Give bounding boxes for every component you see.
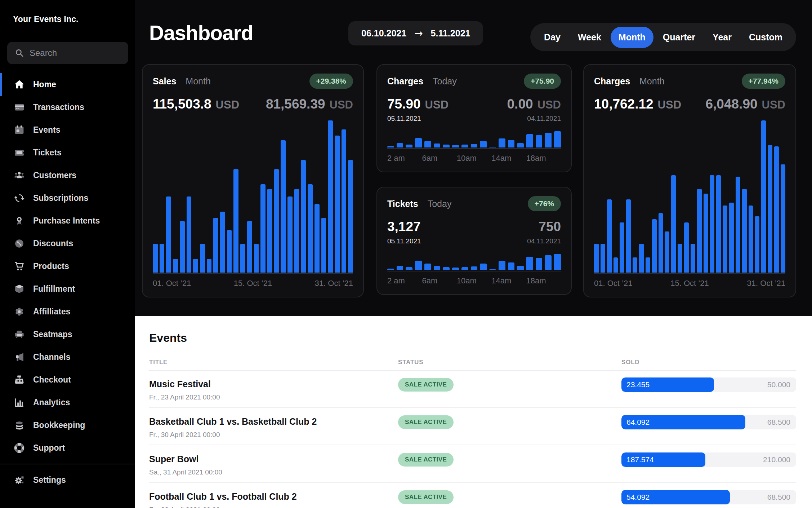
chart-bar	[173, 259, 178, 273]
card-title: Tickets	[387, 199, 418, 209]
chart-bar	[254, 244, 259, 273]
chart-bar	[614, 257, 618, 273]
event-title: Football Club 1 vs. Football Club 2	[149, 491, 297, 502]
chart-bar	[387, 146, 394, 148]
chart-bar	[443, 267, 450, 270]
chart-bar	[207, 259, 212, 273]
sidebar-item-tickets[interactable]: Tickets	[0, 141, 135, 164]
sold-progress-bar: 187.574210.000	[621, 452, 796, 467]
chart-bar	[434, 143, 441, 147]
sidebar-item-checkout[interactable]: Checkout	[0, 368, 135, 391]
tab-month[interactable]: Month	[611, 27, 653, 48]
events-heading: Events	[149, 331, 187, 345]
status-badge: SALE ACTIVE	[398, 415, 454, 429]
sold-total: 50.000	[767, 377, 790, 392]
sidebar-item-events[interactable]: Events	[0, 119, 135, 141]
x-tick-label: 15. Oct ’21	[670, 279, 709, 288]
x-tick-label: 14am	[491, 276, 526, 286]
tab-week[interactable]: Week	[570, 27, 609, 48]
sidebar-item-products[interactable]: Products	[0, 255, 135, 278]
chart-bar	[723, 206, 727, 273]
chart-bar	[554, 254, 561, 270]
sidebar-item-label: Bookkeeping	[33, 420, 85, 430]
sidebar-item-channels[interactable]: Channels	[0, 346, 135, 368]
tab-day[interactable]: Day	[536, 27, 568, 48]
charges-today-card: Charges Today +75.90 75.90 USD 0.00 USD …	[376, 64, 572, 172]
sidebar-item-fulfillment[interactable]: Fulfillment	[0, 278, 135, 300]
chart-bar	[471, 144, 478, 147]
sidebar-item-label: Analytics	[33, 398, 70, 407]
card-period: Month	[639, 76, 664, 87]
sidebar-item-home[interactable]: Home	[0, 73, 135, 96]
event-row[interactable]: Music FestivalFr., 23 April 2021 00:00SA…	[149, 370, 796, 408]
chart-bar	[434, 266, 441, 270]
products-icon	[13, 260, 25, 273]
card-values: 3,127 750	[387, 219, 561, 234]
secondary-value: 750	[539, 219, 561, 234]
tickets-bar-chart	[387, 254, 561, 271]
arrow-right-icon: →	[414, 27, 423, 39]
sidebar-item-settings[interactable]: Settings	[0, 469, 135, 491]
chart-bar	[153, 244, 158, 273]
sidebar-item-affilliates[interactable]: Affilliates	[0, 300, 135, 323]
column-header-status: STATUS	[398, 359, 423, 366]
chart-bar	[301, 160, 306, 273]
primary-value: 3,127	[387, 219, 421, 234]
status-badge: SALE ACTIVE	[398, 378, 454, 392]
sidebar-item-support[interactable]: Support	[0, 437, 135, 459]
subscriptions-icon	[13, 192, 25, 204]
sold-progress-bar: 23.45550.000	[621, 377, 796, 392]
sidebar-item-label: Discounts	[33, 239, 73, 248]
event-title: Super Bowl	[149, 454, 199, 464]
x-tick-label: 18am	[526, 276, 561, 286]
search-input[interactable]	[30, 48, 121, 58]
sidebar-item-analytics[interactable]: Analytics	[0, 391, 135, 414]
chart-bar	[736, 177, 740, 273]
status-badge: SALE ACTIVE	[398, 490, 454, 504]
chart-bar	[710, 175, 714, 273]
chart-bar	[526, 257, 533, 270]
chart-bar	[659, 213, 663, 273]
search-box[interactable]	[7, 42, 128, 64]
chart-bar	[406, 267, 412, 270]
chart-bar	[480, 264, 487, 270]
sidebar-item-purchase-intents[interactable]: Purchase Intents	[0, 209, 135, 232]
secondary-unit: USD	[762, 98, 785, 111]
chart-bar	[768, 145, 772, 273]
sidebar-item-subscriptions[interactable]: Subscriptions	[0, 187, 135, 209]
sidebar-item-label: Tickets	[33, 148, 62, 158]
chart-bar	[652, 219, 657, 273]
sidebar-item-discounts[interactable]: Discounts	[0, 232, 135, 255]
sidebar-item-customers[interactable]: Customers	[0, 164, 135, 187]
card-period: Today	[428, 199, 452, 209]
event-row[interactable]: Basketball Club 1 vs. Basketball Club 2F…	[149, 408, 796, 445]
charges-month-bar-chart	[594, 120, 785, 274]
sold-progress-bar: 64.09268.500	[621, 415, 796, 429]
chart-bar	[314, 204, 320, 273]
fulfillment-icon	[13, 283, 25, 295]
search-icon	[14, 48, 24, 58]
card-period: Today	[433, 76, 457, 87]
sidebar-item-seatmaps[interactable]: Seatmaps	[0, 323, 135, 346]
tab-quarter[interactable]: Quarter	[655, 27, 703, 48]
x-tick-label: 01. Oct ’21	[153, 279, 191, 288]
chart-bar	[452, 145, 459, 147]
chart-bar	[704, 194, 708, 273]
date-range-picker[interactable]: 06.10.2021 → 5.11.2021	[348, 21, 483, 45]
event-row[interactable]: Super BowlSa., 31 April 2021 00:00SALE A…	[149, 445, 796, 483]
sidebar: Your Events Inc. HomeTransactionsEventsT…	[0, 0, 135, 508]
transactions-icon	[13, 101, 25, 114]
tab-year[interactable]: Year	[705, 27, 740, 48]
card-header: Tickets Today +76%	[387, 196, 561, 211]
sidebar-item-transactions[interactable]: Transactions	[0, 96, 135, 119]
date-to: 5.11.2021	[431, 28, 470, 39]
sidebar-item-bookkeeping[interactable]: Bookkeeping	[0, 414, 135, 437]
charges-bar-chart	[387, 131, 561, 149]
event-row[interactable]: Football Club 1 vs. Football Club 2Fr., …	[149, 483, 796, 508]
x-tick-label: 31. Oct ’21	[315, 279, 353, 288]
chart-bar	[281, 140, 286, 273]
x-tick-label: 15. Oct ’21	[234, 279, 272, 288]
tickets-today-card: Tickets Today +76% 3,127 750 05.11.2021 …	[376, 187, 572, 295]
tab-custom[interactable]: Custom	[741, 27, 790, 48]
chart-bar	[633, 257, 637, 273]
